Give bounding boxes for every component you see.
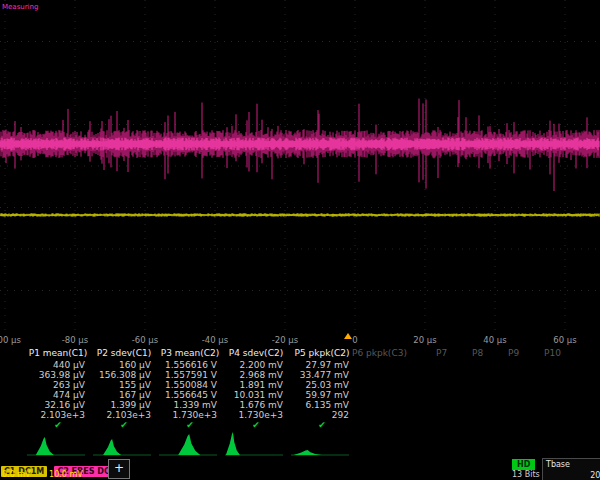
measure-value: 1.730e+3 [157,410,217,420]
measure-value: 167 µV [91,390,151,400]
measure-value: 1.557591 V [157,370,217,380]
time-axis-label: -40 µs [185,335,245,345]
measure-header-unused[interactable]: P6 pkpk(C3) [352,348,407,358]
measure-header[interactable]: P4 sdev(C2) [223,348,289,358]
channel-c1-offset: 0.0 mV [2,470,31,479]
measure-value: 2.103e+3 [25,410,85,420]
time-axis-label: -100 µs [0,335,35,345]
acquisition-status-label: Measuring [2,3,38,11]
measure-header-unused[interactable]: P10 [544,348,561,358]
time-axis-label: -60 µs [115,335,175,345]
measure-status-check-icon: ✔ [223,420,289,430]
measure-value: 363.98 µV [25,370,85,380]
measure-value: 1.556645 V [157,390,217,400]
time-axis-label: -20 µs [255,335,315,345]
measure-status-check-icon: ✔ [157,420,223,430]
measure-value: 160 µV [91,360,151,370]
time-axis-label: 60 µs [535,335,595,345]
measure-status-check-icon: ✔ [91,420,157,430]
measure-value: 27.97 mV [289,360,349,370]
timebase-descriptor[interactable]: Tbase 20.0 [542,458,600,480]
measure-value: 10.031 mV [223,390,283,400]
measure-header-unused[interactable]: P9 [508,348,519,358]
measure-value: 2.103e+3 [91,410,151,420]
waveform-canvas [0,0,600,332]
timebase-label: Tbase [546,460,570,469]
measure-value: 440 µV [25,360,85,370]
time-axis-label: 40 µs [465,335,525,345]
plus-icon: + [114,461,124,475]
waveform-display[interactable]: Measuring [0,0,600,332]
measure-status-check-icon: ✔ [25,420,91,430]
measure-value: 474 µV [25,390,85,400]
measure-value: 32.16 µV [25,400,85,410]
channel-c1-scale-readout: 0.0 mV 10.0 mV [2,470,83,479]
measure-value: 292 [289,410,349,420]
measure-value: 1.399 µV [91,400,151,410]
time-axis: -100 µs-80 µs-60 µs-40 µs-20 µs020 µs40 … [0,332,600,348]
measure-value: 156.308 µV [91,370,151,380]
measure-value: 1.550084 V [157,380,217,390]
time-axis-label: 0 [325,335,385,345]
measure-header[interactable]: P1 mean(C1) [25,348,91,358]
measure-value: 1.730e+3 [223,410,283,420]
channel-c1-vdiv: 10.0 mV [49,470,83,479]
measure-header[interactable]: P5 pkpk(C2) [289,348,355,358]
hd-mode-badge: HD [512,459,535,470]
measure-value: 1.339 mV [157,400,217,410]
measurement-table: P1 mean(C1)P2 sdev(C1)P3 mean(C2)P4 sdev… [0,348,600,430]
measure-header[interactable]: P3 mean(C2) [157,348,223,358]
oscilloscope-screen: Measuring -100 µs-80 µs-60 µs-40 µs-20 µ… [0,0,600,480]
measure-value: 2.200 mV [223,360,283,370]
measure-header[interactable]: P2 sdev(C1) [91,348,157,358]
measure-value: 25.03 mV [289,380,349,390]
measure-value: 155 µV [91,380,151,390]
time-axis-label: -80 µs [45,335,105,345]
time-axis-label: 20 µs [395,335,455,345]
channel-bar: C1 DC1M C2 ERES DC1M 0.0 mV 10.0 mV + HD… [0,458,600,480]
hd-bits-label: 13 Bits [512,470,540,479]
measure-header-unused[interactable]: P8 [472,348,483,358]
measure-value: 2.968 mV [223,370,283,380]
measure-value: 6.135 mV [289,400,349,410]
measure-value: 33.477 mV [289,370,349,380]
measure-value: 263 µV [25,380,85,390]
measure-value: 1.676 mV [223,400,283,410]
measure-value: 59.97 mV [289,390,349,400]
crosshair-button[interactable]: + [108,459,130,479]
measure-value: 1.891 mV [223,380,283,390]
measure-header-unused[interactable]: P7 [436,348,447,358]
measure-value: 1.556616 V [157,360,217,370]
timebase-tdiv: 20.0 [546,471,600,480]
measurement-histicons [0,430,600,458]
measure-status-check-icon: ✔ [289,420,355,430]
